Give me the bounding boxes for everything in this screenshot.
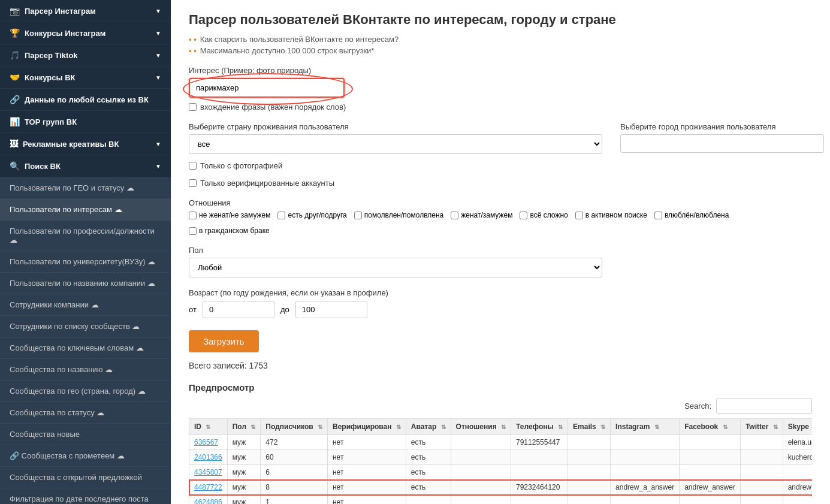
sidebar-item-soobshestva-open[interactable]: Сообщества с открытой предложкой [0,467,171,488]
sidebar-item-konkurs-vk[interactable]: 🤝 Конкурсы ВК ▼ [0,67,171,89]
phrase-checkbox-label: вхождение фразы (важен порядок слов) [200,102,346,111]
relation-checkbox-7[interactable] [654,212,662,219]
chevron-down-icon: ▼ [155,8,161,14]
photo-checkbox[interactable] [189,162,197,170]
age-to-input[interactable] [295,301,367,318]
preview-title: Предпросмотр [189,382,812,393]
sidebar-item-label: Парсер Tiktok [25,51,78,60]
id-link[interactable]: 636567 [194,438,218,446]
city-input[interactable] [620,134,824,153]
relation-1: не женат/не замужем [189,211,270,219]
table-wrapper: ID ⇅ Пол ⇅ Подписчиков ⇅ Верифицирован ⇅… [189,418,812,504]
relation-checkbox-1[interactable] [189,212,197,219]
relation-checkbox-6[interactable] [575,212,583,219]
cell-id: 4624886 [189,495,228,505]
sidebar-item-poisk-vk[interactable]: 🔍 Поиск ВК ▼ [0,155,171,177]
relation-checkbox-2[interactable] [277,212,285,219]
cell-skype [783,495,812,505]
id-link[interactable]: 2401366 [194,453,222,461]
col-id[interactable]: ID ⇅ [189,419,228,435]
id-link[interactable]: 4487722 [194,483,222,491]
sidebar-item-polzovateli-geo[interactable]: Пользователи по ГЕО и статусу ☁ [0,177,171,199]
sidebar-item-polzovateli-company[interactable]: Пользователи по названию компании ☁ [0,273,171,294]
sidebar-item-reklam[interactable]: 🖼 Рекламные креативы ВК ▼ [0,133,171,155]
sort-icon-twitter: ⇅ [773,424,778,430]
col-skype[interactable]: Skype ⇅ [783,419,812,435]
cell-id: 4345807 [189,465,228,480]
sidebar-item-soobshestva-prometeem[interactable]: 🔗 Сообщества с прометеем ☁ [0,445,171,467]
filter-checkboxes: Только с фотографией Только верифицирова… [189,156,812,188]
sidebar-item-konkurs-instagram[interactable]: 🏆 Конкурсы Инстаграм ▼ [0,22,171,44]
load-button[interactable]: Загрузить [189,330,259,352]
cell-pol: муж [227,480,261,495]
col-facebook[interactable]: Facebook ⇅ [680,419,741,435]
relation-6: в активном поиске [575,211,647,219]
gender-select[interactable]: Любой Мужской Женский [189,258,602,277]
sort-icon-facebook: ⇅ [723,424,728,430]
photo-checkbox-label: Только с фотографией [200,161,282,170]
relation-label-6: в активном поиске [585,211,647,219]
sidebar: 📷 Парсер Инстаграм ▼ 🏆 Конкурсы Инстагра… [0,0,171,504]
interest-input-wrapper [189,78,345,98]
relation-checkbox-4[interactable] [451,212,458,219]
cell-twitter [740,435,783,450]
cell-avatar [406,495,451,505]
col-pol[interactable]: Пол ⇅ [227,419,261,435]
cell-id: 636567 [189,435,228,450]
interest-input[interactable] [189,78,345,98]
sidebar-item-soobshestva-name[interactable]: Сообщества по названию ☁ [0,359,171,381]
sidebar-item-polzovateli-professiya[interactable]: Пользователи по профессии/должности ☁ [0,221,171,251]
col-instagram[interactable]: Instagram ⇅ [611,419,680,435]
cell-relations [451,495,511,505]
sidebar-item-label: Пользователи по университету(ВУЗу) ☁ [10,257,155,266]
sidebar-item-label: 🔗 Сообщества с прометеем ☁ [10,451,125,460]
cell-twitter [740,450,783,465]
sidebar-item-sotrudniki-company[interactable]: Сотрудники компании ☁ [0,294,171,316]
col-twitter[interactable]: Twitter ⇅ [740,419,783,435]
country-select[interactable]: все Россия Украина Беларусь [189,134,602,154]
col-emails[interactable]: Emails ⇅ [568,419,611,435]
sidebar-item-sotrudniki-list[interactable]: Сотрудники по списку сообществ ☁ [0,316,171,337]
col-subscribers[interactable]: Подписчиков ⇅ [261,419,328,435]
cell-pol: муж [227,495,261,505]
sidebar-item-label: Сотрудники компании ☁ [10,300,99,309]
country-label: Выберите страну проживания пользователя [189,122,602,131]
relation-label-3: помолвлен/помолвлена [364,211,443,219]
table-header-row: ID ⇅ Пол ⇅ Подписчиков ⇅ Верифицирован ⇅… [189,419,813,435]
phrase-checkbox[interactable] [189,103,197,111]
sidebar-item-soobshestva-new[interactable]: Сообщества новые [0,424,171,445]
sidebar-item-soobshestva-geo[interactable]: Сообщества по гео (страна, город) ☁ [0,381,171,402]
search-input[interactable] [716,399,812,414]
chart-icon: 📊 [10,117,20,126]
sidebar-item-filtraciya-date[interactable]: Фильтрация по дате последнего поста [0,488,171,504]
sidebar-item-data-vk-link[interactable]: 🔗 Данные по любой ссылке из ВК [0,89,171,111]
cell-verified: нет [327,495,406,505]
cell-id: 2401366 [189,450,228,465]
cell-instagram [611,435,680,450]
main-content: Парсер пользователей ВКонтакте по интере… [171,0,830,504]
cell-emails [568,480,611,495]
age-from-input[interactable] [203,301,274,318]
col-avatar[interactable]: Аватар ⇅ [406,419,451,435]
sidebar-item-soobshestva-keywords[interactable]: Сообщества по ключевым словам ☁ [0,337,171,359]
id-link[interactable]: 4624886 [194,498,222,504]
relation-checkbox-3[interactable] [354,212,362,219]
verified-checkbox[interactable] [189,179,197,187]
sidebar-item-label: Рекламные креативы ВК [23,140,119,149]
id-link[interactable]: 4345807 [194,468,222,476]
total-records: Всего записей: 1753 [189,361,812,370]
sidebar-item-parser-instagram[interactable]: 📷 Парсер Инстаграм ▼ [0,0,171,22]
hint-text-1: Как спарсить пользователей ВКонтакте по … [200,35,399,44]
sidebar-item-parser-tiktok[interactable]: 🎵 Парсер Tiktok ▼ [0,44,171,67]
sidebar-item-label: ТОР групп ВК [25,117,77,126]
relation-checkbox-8[interactable] [189,227,197,235]
col-phones[interactable]: Телефоны ⇅ [511,419,568,435]
sidebar-item-polzovateli-interesy[interactable]: Пользователи по интересам ☁ [0,199,171,221]
relation-checkbox-5[interactable] [520,212,527,219]
col-relations[interactable]: Отношения ⇅ [451,419,511,435]
sort-icon-emails: ⇅ [600,424,605,430]
sidebar-item-polzovateli-university[interactable]: Пользователи по университету(ВУЗу) ☁ [0,251,171,273]
sidebar-item-soobshestva-status[interactable]: Сообщества по статусу ☁ [0,402,171,424]
col-verified[interactable]: Верифицирован ⇅ [327,419,406,435]
sidebar-item-top-groups[interactable]: 📊 ТОР групп ВК [0,111,171,133]
